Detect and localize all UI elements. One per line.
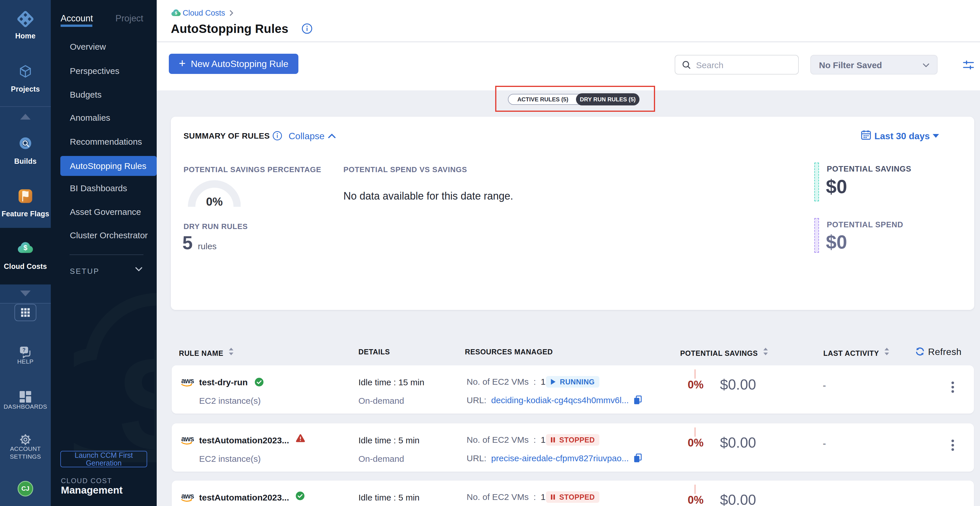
svg-text:?: ? — [22, 347, 26, 353]
svg-text:$: $ — [175, 10, 178, 15]
svg-text:$: $ — [23, 244, 27, 252]
